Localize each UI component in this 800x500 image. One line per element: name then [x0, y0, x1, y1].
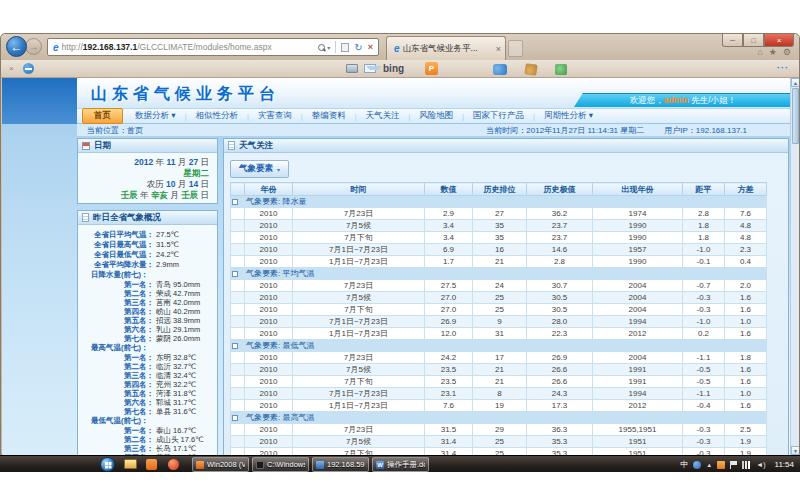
- element-group-row[interactable]: 气象要素: 降水量: [231, 196, 767, 208]
- search-dropdown-icon[interactable]: ▾: [327, 44, 330, 51]
- table-cell: 22.3: [527, 328, 593, 340]
- stat-label: 全省平均降水量：: [78, 260, 154, 270]
- table-cell: 14.6: [527, 244, 593, 256]
- rank-label: 第一名：: [78, 280, 154, 289]
- settings-gear-icon[interactable]: ⚙: [783, 47, 791, 57]
- taskbar-window-3[interactable]: W操作手册.docx ...: [372, 457, 429, 472]
- report-icon: [82, 213, 89, 222]
- nav-item-2[interactable]: 相似性分析: [186, 110, 247, 122]
- action-center-flag-icon[interactable]: [730, 461, 737, 469]
- table-cell: 1月1日~7月23日: [293, 400, 425, 412]
- table-cell: 25: [473, 436, 527, 448]
- group-label-cell: 气象要素: 平均气温: [245, 268, 767, 280]
- ime-language-indicator[interactable]: 中: [680, 459, 688, 470]
- bing-logo[interactable]: bing: [383, 63, 404, 74]
- row-indent-cell: [231, 352, 245, 364]
- network-icon[interactable]: [742, 461, 751, 469]
- sparkle-addon-icon[interactable]: [524, 63, 537, 76]
- taskbar-window-2[interactable]: 192.168.59.99...: [312, 457, 369, 472]
- new-tab-button[interactable]: [508, 40, 523, 57]
- address-bar[interactable]: e http://192.168.137.1/GLCCLIMATE/module…: [47, 38, 379, 56]
- table-cell: 2004: [593, 280, 683, 292]
- rank-label: 第三名：: [78, 298, 154, 307]
- maximize-button[interactable]: □: [743, 34, 764, 47]
- table-row: 20107月下旬23.52126.61991-0.51.6: [231, 376, 767, 388]
- table-cell: 1.0: [725, 316, 767, 328]
- rank-label: 第六名：: [78, 325, 154, 334]
- browser-tab[interactable]: e 山东省气候业务平... ×: [386, 36, 506, 60]
- table-cell: 7月5候: [293, 220, 425, 232]
- stop-icon[interactable]: ×: [368, 42, 373, 52]
- blue-addon-icon[interactable]: [493, 64, 507, 75]
- checkbox[interactable]: [232, 415, 238, 421]
- more-addons-icon[interactable]: ···: [777, 63, 789, 73]
- close-sidebar-icon[interactable]: ×: [9, 64, 14, 73]
- card-addon-icon[interactable]: [346, 64, 358, 73]
- element-selector-button[interactable]: 气象要素▾: [230, 160, 289, 178]
- nav-item-5[interactable]: 天气关注: [356, 110, 408, 122]
- taskbar-window-0[interactable]: Win2008 (VS2...: [192, 457, 249, 472]
- search-icon[interactable]: [318, 44, 325, 51]
- nav-item-7[interactable]: 国家下行产品: [464, 110, 533, 122]
- nav-item-0[interactable]: 首页: [82, 108, 123, 124]
- table-cell: 7.6: [725, 208, 767, 220]
- nav-item-8[interactable]: 周期性分析 ▾: [535, 110, 602, 122]
- explorer-icon[interactable]: [124, 459, 137, 469]
- checkbox[interactable]: [232, 199, 238, 205]
- compatibility-view-icon[interactable]: [341, 43, 349, 52]
- window-controls: ─ □ ×: [722, 34, 794, 47]
- calendar-icon: [82, 142, 90, 150]
- rank-line: 第五名：菏泽 31.8℃: [78, 389, 215, 398]
- row-indent-cell: [231, 292, 245, 304]
- table-cell: 1月1日~7月23日: [293, 256, 425, 268]
- page-scrollbar[interactable]: ▲ ▼: [790, 78, 799, 455]
- refresh-icon[interactable]: ↻: [354, 42, 362, 53]
- scroll-down-icon[interactable]: ▼: [791, 446, 799, 455]
- rank-value: 临沂 32.7℃: [154, 362, 196, 371]
- checkbox[interactable]: [232, 271, 238, 277]
- table-cell: 24: [473, 280, 527, 292]
- element-group-row[interactable]: 气象要素: 最低气温: [231, 340, 767, 352]
- table-cell: 1994: [593, 388, 683, 400]
- element-group-row[interactable]: 气象要素: 平均气温: [231, 268, 767, 280]
- table-cell: 26.6: [527, 364, 593, 376]
- tab-close-icon[interactable]: ×: [493, 44, 501, 54]
- tray-blue-icon[interactable]: [693, 461, 701, 469]
- taskbar-window-1[interactable]: C:\Windows\s...: [252, 457, 309, 472]
- back-button[interactable]: ←: [6, 36, 27, 57]
- mail-addon-icon[interactable]: [364, 64, 376, 73]
- breadcrumb: 当前位置：首页: [87, 125, 143, 136]
- element-group-row[interactable]: 气象要素: 最高气温: [231, 412, 767, 424]
- favorites-star-icon[interactable]: ★: [769, 47, 777, 57]
- table-cell: 7月23日: [293, 352, 425, 364]
- close-button[interactable]: ×: [764, 34, 794, 47]
- orange-addon-icon[interactable]: P: [425, 62, 438, 75]
- table-row: 20107月23日31.52936.31955,1951-0.32.5: [231, 424, 767, 436]
- nav-item-6[interactable]: 风险地图: [410, 110, 462, 122]
- checkbox[interactable]: [232, 343, 238, 349]
- table-cell: -0.5: [683, 376, 725, 388]
- table-cell: 21: [473, 364, 527, 376]
- start-button[interactable]: [100, 457, 115, 472]
- nav-item-3[interactable]: 灾害查询: [249, 110, 301, 122]
- forward-button[interactable]: →: [25, 38, 42, 55]
- taskbar-window-label: 操作手册.docx ...: [387, 460, 425, 470]
- taskbar-buttons: Win2008 (VS2...C:\Windows\s...192.168.59…: [192, 457, 429, 472]
- nav-item-1[interactable]: 数据分析 ▾: [126, 110, 185, 122]
- media-player-icon[interactable]: [168, 459, 179, 470]
- nav-item-4[interactable]: 整编资料: [303, 110, 355, 122]
- table-cell: -0.1: [683, 256, 725, 268]
- table-cell: 7月23日: [293, 208, 425, 220]
- green-addon-icon[interactable]: [555, 64, 567, 75]
- scrollbar-thumb[interactable]: [792, 88, 799, 144]
- volume-icon[interactable]: ◄): [756, 461, 765, 468]
- minimize-button[interactable]: ─: [722, 34, 743, 47]
- quicklaunch-app-icon[interactable]: [146, 459, 157, 470]
- home-icon[interactable]: ⌂: [757, 47, 762, 57]
- tray-security-icon[interactable]: [717, 461, 725, 469]
- tray-expand-icon[interactable]: ▲: [706, 462, 712, 468]
- blocker-addon-icon[interactable]: [23, 63, 34, 74]
- scroll-up-icon[interactable]: ▲: [791, 78, 799, 87]
- current-time: 当前时间：2012年11月27日 11:14:31 星期二: [486, 125, 644, 136]
- table-cell: -0.3: [683, 304, 725, 316]
